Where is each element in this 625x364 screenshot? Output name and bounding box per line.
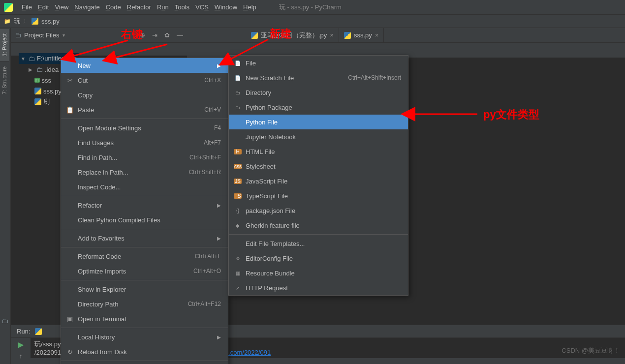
new-submenu-item[interactable]: ↗HTTP Request [229,280,408,295]
new-submenu-item[interactable]: Jupyter Notebook [229,129,408,144]
new-submenu-item[interactable]: ◆Gherkin feature file [229,218,408,233]
menu-file[interactable]: File [19,3,35,11]
context-menu-item[interactable]: Find in Path...Ctrl+Shift+F [61,150,228,165]
python-icon [344,32,351,39]
tab-project[interactable]: 1: Project [0,28,9,61]
context-menu-item[interactable]: Reformat CodeCtrl+Alt+L [61,249,228,264]
sidebar-title[interactable]: Project Files [24,31,60,39]
context-menu-item[interactable]: Directory PathCtrl+Alt+F12 [61,297,228,311]
menu-item-label: Directory Path [78,301,118,308]
shortcut-label: Ctrl+X [204,77,221,84]
submenu-item-label: TypeScript File [246,192,288,200]
new-submenu-item[interactable]: 📄File [229,56,408,70]
locate-icon[interactable]: ⊕ [140,31,145,39]
breadcrumb: 📁 玩 〉 sss.py [0,15,625,28]
menu-code[interactable]: Code [103,3,124,11]
menu-item-label: Reload from Disk [78,348,127,356]
up-button[interactable]: ↑ [19,352,23,360]
shortcut-label: Alt+F7 [204,139,221,146]
submenu-item-label: EditorConfig File [246,255,293,262]
run-button[interactable]: ▶ [18,340,24,349]
collapse-icon[interactable]: ⇥ [152,31,157,39]
new-submenu-item[interactable]: ▦Resource Bundle [229,266,408,280]
context-menu-item[interactable]: ↻Reload from Disk [61,344,228,359]
context-menu-item[interactable]: Add to Favorites▶ [61,231,228,245]
file-type-icon: TS [234,193,242,199]
new-submenu-item[interactable]: Python File [229,115,408,129]
menu-vcs[interactable]: VCS [192,3,212,11]
context-menu-item[interactable]: New▶ [61,58,228,73]
context-menu-item[interactable]: 📋PasteCtrl+V [61,102,228,117]
menu-tools[interactable]: Tools [172,3,192,11]
menu-refactor[interactable]: Refactor [124,3,154,11]
tab-structure[interactable]: 7: Structure [0,61,9,99]
context-menu-item[interactable]: Inspect Code... [61,180,228,194]
new-submenu-item[interactable]: JSJavaScript File [229,174,408,188]
close-icon[interactable]: × [375,31,379,39]
expand-arrow-icon[interactable]: ▶ [29,67,34,72]
file-type-icon: 📄 [234,75,242,81]
menu-edit[interactable]: Edit [35,3,52,11]
new-submenu-item[interactable]: TSTypeScript File [229,188,408,203]
new-submenu-item[interactable]: {}package.json File [229,203,408,218]
menu-view[interactable]: View [52,3,71,11]
menu-item-icon: ↻ [66,348,74,356]
submenu-item-label: Gherkin feature file [246,222,300,229]
menu-item-label: Reformat Code [78,253,121,260]
editor-tab[interactable]: sss.py × [339,28,384,42]
expand-arrow-icon[interactable]: ▼ [21,56,27,61]
menu-help[interactable]: Help [240,3,259,11]
new-submenu-item[interactable]: ⚙EditorConfig File [229,251,408,266]
new-submenu-item[interactable]: Edit File Templates... [229,236,408,251]
context-menu-item[interactable]: Show in Explorer [61,282,228,297]
file-type-icon: 🗀 [234,105,242,110]
new-submenu-item[interactable]: cssStylesheet [229,159,408,174]
menu-item-icon: 📋 [66,106,74,114]
context-menu-item[interactable]: ✂CutCtrl+X [61,73,228,88]
new-submenu-item[interactable]: 🗀Directory [229,85,408,100]
shortcut-label: Ctrl+Alt+L [195,253,221,260]
menu-window[interactable]: Window [212,3,240,11]
menu-item-label: Replace in Path... [78,169,128,176]
submenu-item-label: HTTP Request [246,284,288,292]
settings-icon[interactable]: ✿ [164,31,170,39]
submenu-item-label: Resource Bundle [246,270,295,277]
hide-icon[interactable]: — [177,31,183,39]
context-menu-item[interactable]: Refactor▶ [61,198,228,212]
context-menu-item[interactable]: Copy [61,88,228,102]
python-icon [251,32,258,39]
new-submenu-item[interactable]: HHTML File [229,144,408,159]
context-menu-item[interactable]: ▣Open in Terminal [61,311,228,326]
context-menu-item[interactable]: Replace in Path...Ctrl+Shift+R [61,165,228,180]
folder-icon: 📁 [4,18,11,25]
menu-item-label: New [78,62,91,69]
new-submenu-item[interactable]: 📄New Scratch FileCtrl+Alt+Shift+Insert [229,70,408,85]
python-icon [34,88,41,94]
context-menu-item[interactable]: Optimize ImportsCtrl+Alt+O [61,264,228,278]
context-menu-item[interactable]: Find UsagesAlt+F7 [61,135,228,150]
chevron-down-icon[interactable]: ▾ [62,32,65,38]
folder-icon[interactable]: 🗀 [1,317,8,325]
submenu-item-label: Jupyter Notebook [246,133,296,141]
context-menu-item[interactable]: Clean Python Compiled Files [61,212,228,227]
menu-item-label: Find Usages [78,139,114,147]
file-type-icon: H [234,149,242,154]
shortcut-label: Ctrl+Shift+F [189,154,221,161]
menu-navigate[interactable]: Navigate [71,3,102,11]
new-submenu-item[interactable]: 🗀Python Package [229,100,408,115]
breadcrumb-file[interactable]: sss.py [41,18,60,25]
file-type-icon: 🗀 [234,90,242,95]
left-tool-tabs: 1: Project 7: Structure 🗀 [0,28,11,364]
file-type-icon: ⚙ [234,256,242,261]
submenu-arrow-icon: ▶ [217,63,221,68]
submenu-item-label: File [246,60,256,67]
shortcut-label: Ctrl+Alt+Shift+Insert [348,74,401,81]
editor-tab[interactable]: 亚马逊项目（完整）.py × [246,28,339,42]
context-menu-item[interactable]: Local History▶ [61,330,228,344]
menu-run[interactable]: Run [154,3,172,11]
context-menu-item[interactable]: Open Module SettingsF4 [61,121,228,135]
breadcrumb-folder[interactable]: 玩 [14,17,20,26]
file-type-icon: 📄 [234,61,242,66]
close-icon[interactable]: × [330,31,334,39]
tree-item-label: .idea [45,66,59,73]
